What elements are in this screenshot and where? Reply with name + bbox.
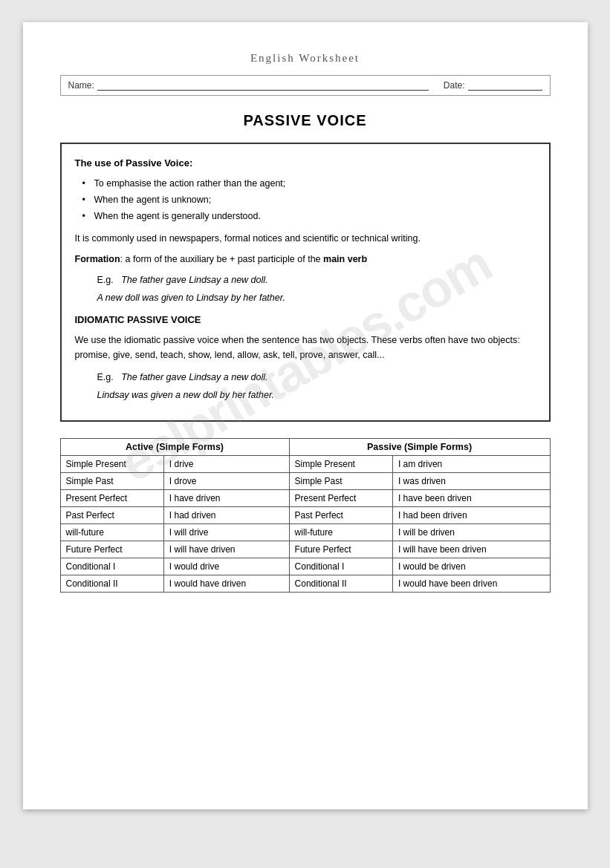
active-tense-4: will-future bbox=[60, 523, 163, 541]
date-field: Date: bbox=[444, 80, 542, 91]
eg-label-2: E.g. The father gave Lindsay a new doll. bbox=[97, 370, 536, 385]
bullet-1: To emphasise the action rather than the … bbox=[82, 176, 536, 191]
passive-tense-6: Conditional I bbox=[289, 558, 392, 575]
table-row: Future PerfectI will have drivenFuture P… bbox=[60, 541, 550, 558]
name-line bbox=[97, 80, 429, 91]
eg-label-text-2: E.g. bbox=[97, 372, 114, 382]
info-box: The use of Passive Voice: To emphasise t… bbox=[60, 143, 551, 422]
active-tense-1: Simple Past bbox=[60, 472, 163, 489]
active-tense-6: Conditional I bbox=[60, 558, 163, 575]
passive-example-5: I will have been driven bbox=[392, 541, 550, 558]
active-example-6: I would drive bbox=[163, 558, 289, 575]
eg-active-2: The father gave Lindsay a new doll. bbox=[121, 372, 267, 382]
use-title: The use of Passive Voice: bbox=[75, 156, 536, 172]
table-row: Simple PresentI driveSimple PresentI am … bbox=[60, 455, 550, 472]
active-example-7: I would have driven bbox=[163, 575, 289, 592]
active-tense-3: Past Perfect bbox=[60, 506, 163, 523]
passive-tense-0: Simple Present bbox=[289, 455, 392, 472]
table-row: Conditional III would have drivenConditi… bbox=[60, 575, 550, 592]
eg-passive-line-1: A new doll was given to Lindsay by her f… bbox=[97, 290, 536, 305]
date-line bbox=[468, 80, 542, 91]
main-title: PASSIVE VOICE bbox=[60, 112, 551, 129]
eg-passive-1: A new doll was given to Lindsay by her f… bbox=[97, 293, 285, 303]
passive-tense-5: Future Perfect bbox=[289, 541, 392, 558]
active-tense-7: Conditional II bbox=[60, 575, 163, 592]
table-row: Conditional II would driveConditional II… bbox=[60, 558, 550, 575]
passive-example-3: I had been driven bbox=[392, 506, 550, 523]
active-example-5: I will have driven bbox=[163, 541, 289, 558]
worksheet-page: eslprintables.com English Worksheet Name… bbox=[23, 22, 588, 809]
active-example-1: I drove bbox=[163, 472, 289, 489]
active-header: Active (Simple Forms) bbox=[60, 438, 289, 455]
idiomatic-desc: We use the idiomatic passive voice when … bbox=[75, 333, 536, 362]
eg-passive-2: Lindsay was given a new doll by her fath… bbox=[97, 390, 275, 400]
name-field: Name: bbox=[68, 80, 429, 91]
passive-example-0: I am driven bbox=[392, 455, 550, 472]
passive-example-6: I would be driven bbox=[392, 558, 550, 575]
voice-table: Active (Simple Forms) Passive (Simple Fo… bbox=[60, 438, 551, 593]
eg-label-text-1: E.g. bbox=[97, 275, 114, 285]
passive-tense-4: will-future bbox=[289, 523, 392, 541]
name-label: Name: bbox=[68, 80, 94, 91]
active-tense-0: Simple Present bbox=[60, 455, 163, 472]
active-example-0: I drive bbox=[163, 455, 289, 472]
active-tense-2: Present Perfect bbox=[60, 489, 163, 506]
passive-tense-7: Conditional II bbox=[289, 575, 392, 592]
eg-label-1: E.g. The father gave Lindsay a new doll. bbox=[97, 273, 536, 287]
passive-example-1: I was driven bbox=[392, 472, 550, 489]
table-row: Past PerfectI had drivenPast PerfectI ha… bbox=[60, 506, 550, 523]
bullet-3: When the agent is generally understood. bbox=[82, 209, 536, 223]
formation-bold: main verb bbox=[323, 254, 367, 264]
formation-text: : a form of the auxiliary be + past part… bbox=[120, 254, 321, 264]
active-example-2: I have driven bbox=[163, 489, 289, 506]
table-row: Present PerfectI have drivenPresent Perf… bbox=[60, 489, 550, 506]
eg-active-1: The father gave Lindsay a new doll. bbox=[121, 275, 267, 285]
passive-tense-3: Past Perfect bbox=[289, 506, 392, 523]
common-use-text: It is commonly used in newspapers, forma… bbox=[75, 231, 536, 246]
passive-example-7: I would have been driven bbox=[392, 575, 550, 592]
active-example-4: I will drive bbox=[163, 523, 289, 541]
date-label: Date: bbox=[444, 80, 465, 91]
table-row: Simple PastI droveSimple PastI was drive… bbox=[60, 472, 550, 489]
eg-block-2: E.g. The father gave Lindsay a new doll.… bbox=[97, 370, 536, 402]
passive-example-4: I will be driven bbox=[392, 523, 550, 541]
bullet-2: When the agent is unknown; bbox=[82, 192, 536, 207]
passive-tense-1: Simple Past bbox=[289, 472, 392, 489]
active-example-3: I had driven bbox=[163, 506, 289, 523]
idiomatic-title: IDIOMATIC PASSIVE VOICE bbox=[75, 313, 536, 328]
use-bullets-list: To emphasise the action rather than the … bbox=[82, 176, 536, 223]
name-date-box: Name: Date: bbox=[60, 75, 551, 96]
formation-line: Formation: a form of the auxiliary be + … bbox=[75, 252, 536, 267]
table-row: will-futureI will drivewill-futureI will… bbox=[60, 523, 550, 541]
passive-tense-2: Present Perfect bbox=[289, 489, 392, 506]
eg-block-1: E.g. The father gave Lindsay a new doll.… bbox=[97, 273, 536, 305]
eg-passive-line-2: Lindsay was given a new doll by her fath… bbox=[97, 388, 536, 402]
formation-label: Formation bbox=[75, 254, 120, 264]
active-tense-5: Future Perfect bbox=[60, 541, 163, 558]
passive-header: Passive (Simple Forms) bbox=[289, 438, 550, 455]
passive-example-2: I have been driven bbox=[392, 489, 550, 506]
site-title: English Worksheet bbox=[60, 52, 551, 65]
